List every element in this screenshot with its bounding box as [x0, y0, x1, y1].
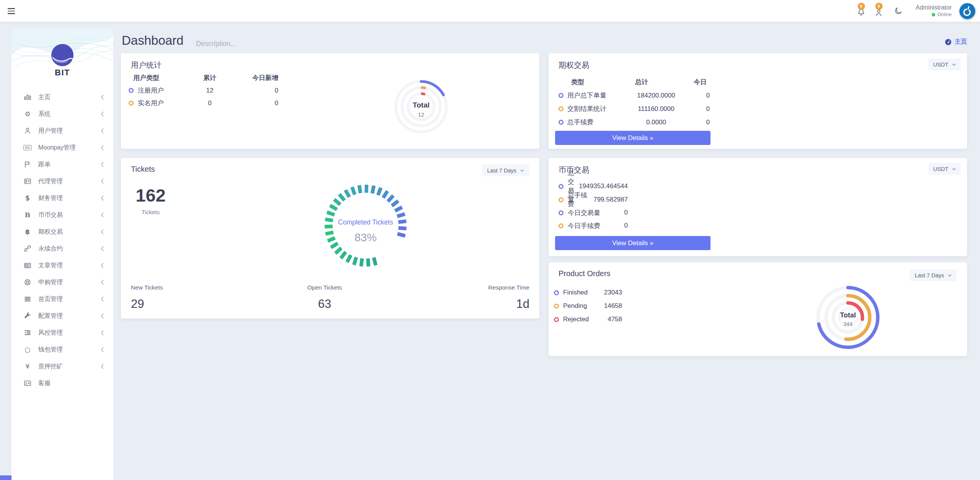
gear-icon: ⚙	[23, 111, 32, 117]
notifications-button[interactable]: 0	[856, 5, 866, 17]
online-status-dot	[932, 13, 935, 16]
sidebar-item-staking-mining[interactable]: ¥ 质押挖矿	[11, 358, 113, 375]
avatar[interactable]	[959, 3, 975, 19]
table-row: 用户总下单量 184200.0000 0	[559, 89, 710, 102]
user-stats-donut-chart: Total 12	[389, 75, 453, 139]
notification-badge: 0	[858, 3, 865, 10]
dollar-icon: $	[23, 195, 32, 202]
currency-select[interactable]: USDT	[928, 163, 961, 175]
donut-center-label: Total	[840, 311, 856, 319]
column-header: 今日	[677, 78, 710, 86]
legend-dot	[559, 106, 564, 111]
legend-dot	[559, 210, 564, 215]
legend-dot	[129, 101, 134, 106]
legend-dot	[559, 223, 564, 228]
breadcrumb[interactable]: 主页	[945, 38, 967, 46]
stat-row: Rejected 4758	[554, 316, 622, 323]
address-card-icon	[23, 379, 32, 387]
ticket-stat: Open Tickets 63	[286, 284, 363, 311]
chevron-left-icon	[101, 313, 104, 319]
view-details-button[interactable]: View Details »	[555, 131, 710, 145]
chart-bars-icon	[23, 93, 32, 101]
user-name: Administrator	[916, 4, 952, 12]
currency-select[interactable]: USDT	[928, 59, 961, 70]
brand-name: BIT	[11, 68, 113, 78]
table-row: 交割结果统计 111160.0000 0	[559, 102, 710, 116]
ring-center-percent: 83%	[354, 231, 377, 244]
sidebar-item-home[interactable]: 主页	[11, 89, 113, 106]
chevron-down-icon	[952, 63, 956, 66]
legend-dot	[559, 197, 564, 202]
flag-icon	[23, 161, 32, 168]
yen-icon: ¥	[23, 363, 32, 370]
chevron-left-icon	[101, 111, 104, 117]
user-icon	[23, 127, 32, 135]
stat-row: 今日交易量 0	[559, 209, 628, 216]
chevron-left-icon	[101, 364, 104, 369]
sidebar-item-risk-management[interactable]: 风控管理	[11, 324, 113, 341]
chevron-left-icon	[101, 212, 104, 218]
legend-dot	[554, 290, 559, 295]
stat-row: Finished 23043	[554, 289, 622, 296]
dark-mode-toggle[interactable]	[894, 7, 903, 15]
chevron-left-icon	[101, 280, 104, 285]
wrench-icon	[23, 312, 32, 320]
sidebar-item-options-trading[interactable]: ฿ 期权交易	[11, 223, 113, 240]
moon-icon	[894, 7, 903, 15]
card-title: Tickets	[131, 165, 155, 174]
view-details-button[interactable]: View Details »	[555, 236, 710, 250]
stat-row: 总交易量 1949353.464544	[559, 182, 628, 190]
table-row: 注册用户 12 0	[126, 84, 278, 97]
lines-icon	[23, 295, 32, 303]
sidebar-item-homepage-management[interactable]: 首页管理	[11, 291, 113, 308]
breadcrumb-label: 主页	[955, 38, 967, 46]
id-card-icon	[23, 177, 32, 185]
sidebar-item-user-management[interactable]: 用户管理	[11, 122, 113, 139]
chevron-down-icon	[952, 168, 956, 170]
sidebar-item-copy-trading[interactable]: 跟单	[11, 156, 113, 173]
chevron-left-icon	[101, 263, 104, 268]
page-title: Dashboard	[122, 33, 183, 48]
chevron-left-icon	[101, 330, 104, 335]
chevron-left-icon	[101, 128, 104, 133]
user-menu[interactable]: Administrator Online	[916, 4, 952, 18]
sidebar-item-perpetual-contracts[interactable]: 永续合约	[11, 240, 113, 257]
card-title: Product Orders	[559, 269, 611, 278]
bitcoin-icon: ฿	[23, 229, 32, 235]
chevron-left-icon	[101, 162, 104, 167]
ticket-stat: New Tickets 29	[131, 284, 163, 311]
sidebar-item-subscription-management[interactable]: 申购管理	[11, 274, 113, 291]
legend-dot	[554, 317, 559, 322]
ring-center-label: Completed Tickets	[338, 218, 393, 226]
table-row: 实名用户 0 0	[126, 97, 278, 109]
column-header: 用户类型	[126, 73, 198, 82]
donut-center-label: Total	[413, 101, 430, 109]
sidebar-item-moonpay[interactable]: CC Moonpay管理	[11, 139, 113, 156]
tickets-total-label: Tickets	[132, 209, 169, 215]
tickets-card: Tickets Last 7 Days 162 Tickets Complete…	[121, 158, 539, 319]
messages-button[interactable]: 0	[874, 5, 884, 17]
indent-list-icon	[23, 329, 32, 337]
sidebar-item-agent-management[interactable]: 代理管理	[11, 173, 113, 190]
sidebar-menu: 主页 ⚙ 系统 用户管理 CC Moonpay管理	[11, 89, 113, 392]
date-range-select[interactable]: Last 7 Days	[482, 164, 529, 176]
chevron-left-icon	[101, 145, 104, 150]
sidebar-item-article-management[interactable]: 文章管理	[11, 257, 113, 274]
chevron-down-icon	[520, 169, 524, 172]
sidebar-item-system[interactable]: ⚙ 系统	[11, 106, 113, 122]
sidebar-item-finance[interactable]: $ 财务管理	[11, 190, 113, 207]
user-stats-card: 用户统计 用户类型 累计 今日新增 注册用户 12 0 实名用户 0 0	[121, 53, 539, 149]
sidebar-item-spot-trading[interactable]: B 币币交易	[11, 207, 113, 223]
sidebar-item-wallet-management[interactable]: ○ 钱包管理	[11, 341, 113, 358]
card-title: 用户统计	[131, 60, 162, 70]
sidebar-item-config-management[interactable]: 配置管理	[11, 308, 113, 324]
stat-row: 今日手续费 0	[559, 222, 628, 229]
chevron-left-icon	[101, 246, 104, 251]
chevron-left-icon	[101, 296, 104, 302]
date-range-select[interactable]: Last 7 Days	[910, 269, 957, 281]
chevron-down-icon	[948, 274, 952, 277]
tickets-total-value: 162	[132, 185, 169, 206]
sidebar-item-customer-service[interactable]: 客服	[11, 375, 113, 392]
chevron-left-icon	[101, 229, 104, 234]
hamburger-menu-icon[interactable]	[8, 7, 17, 16]
